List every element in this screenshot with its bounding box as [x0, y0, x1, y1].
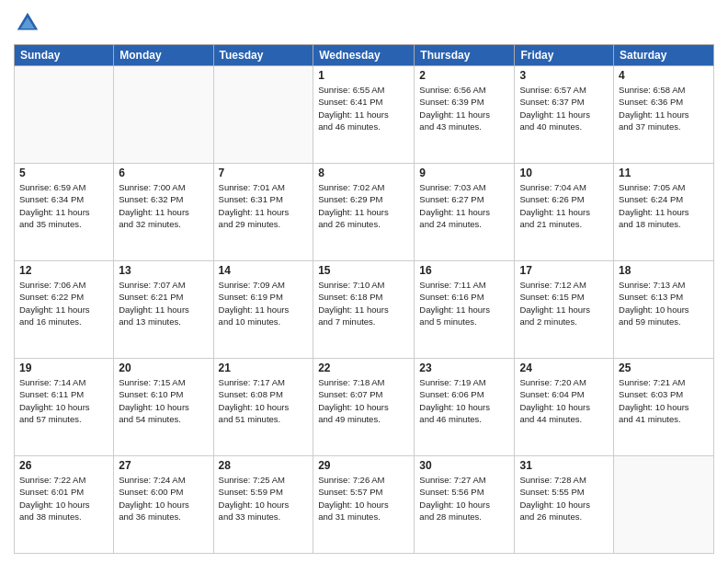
calendar-header-sunday: Sunday	[15, 45, 114, 66]
calendar-cell: 14Sunrise: 7:09 AM Sunset: 6:19 PM Dayli…	[213, 261, 313, 359]
header	[14, 9, 714, 37]
day-info: Sunrise: 7:09 AM Sunset: 6:19 PM Dayligh…	[219, 279, 309, 327]
day-number: 12	[19, 264, 108, 277]
day-number: 8	[318, 167, 409, 179]
day-info: Sunrise: 7:26 AM Sunset: 5:57 PM Dayligh…	[318, 474, 409, 523]
day-number: 23	[419, 362, 509, 374]
calendar-cell: 31Sunrise: 7:28 AM Sunset: 5:55 PM Dayli…	[515, 456, 614, 554]
logo	[14, 9, 45, 37]
day-info: Sunrise: 6:56 AM Sunset: 6:39 PM Dayligh…	[419, 84, 509, 132]
day-info: Sunrise: 7:06 AM Sunset: 6:22 PM Dayligh…	[19, 279, 108, 327]
day-number: 1	[318, 69, 409, 82]
calendar-week-row: 19Sunrise: 7:14 AM Sunset: 6:11 PM Dayli…	[15, 359, 714, 456]
logo-icon	[14, 9, 41, 37]
calendar-cell: 13Sunrise: 7:07 AM Sunset: 6:21 PM Dayli…	[114, 261, 213, 359]
calendar-header-saturday: Saturday	[614, 45, 714, 66]
day-number: 6	[119, 167, 208, 179]
day-info: Sunrise: 7:28 AM Sunset: 5:55 PM Dayligh…	[519, 474, 609, 523]
day-number: 2	[419, 69, 509, 82]
calendar-table: SundayMondayTuesdayWednesdayThursdayFrid…	[14, 44, 714, 554]
calendar-cell: 10Sunrise: 7:04 AM Sunset: 6:26 PM Dayli…	[515, 164, 614, 261]
day-info: Sunrise: 7:05 AM Sunset: 6:24 PM Dayligh…	[619, 181, 709, 230]
day-info: Sunrise: 7:15 AM Sunset: 6:10 PM Dayligh…	[119, 376, 208, 425]
page: SundayMondayTuesdayWednesdayThursdayFrid…	[0, 0, 728, 563]
calendar-header-tuesday: Tuesday	[213, 45, 313, 66]
day-number: 22	[318, 362, 409, 374]
day-info: Sunrise: 7:11 AM Sunset: 6:16 PM Dayligh…	[419, 279, 509, 327]
day-info: Sunrise: 6:55 AM Sunset: 6:41 PM Dayligh…	[318, 84, 409, 132]
calendar-cell: 18Sunrise: 7:13 AM Sunset: 6:13 PM Dayli…	[614, 261, 714, 359]
day-number: 9	[419, 167, 509, 179]
day-number: 27	[119, 459, 208, 472]
day-number: 24	[519, 362, 609, 374]
calendar-cell: 25Sunrise: 7:21 AM Sunset: 6:03 PM Dayli…	[614, 359, 714, 456]
calendar-cell: 23Sunrise: 7:19 AM Sunset: 6:06 PM Dayli…	[415, 359, 515, 456]
day-info: Sunrise: 6:57 AM Sunset: 6:37 PM Dayligh…	[519, 84, 609, 132]
calendar-header-friday: Friday	[515, 45, 614, 66]
calendar-cell	[114, 66, 213, 164]
day-info: Sunrise: 7:22 AM Sunset: 6:01 PM Dayligh…	[19, 474, 108, 523]
calendar-cell: 6Sunrise: 7:00 AM Sunset: 6:32 PM Daylig…	[114, 164, 213, 261]
calendar-cell: 2Sunrise: 6:56 AM Sunset: 6:39 PM Daylig…	[415, 66, 515, 164]
day-number: 5	[19, 167, 108, 179]
calendar-cell: 21Sunrise: 7:17 AM Sunset: 6:08 PM Dayli…	[213, 359, 313, 456]
calendar-week-row: 5Sunrise: 6:59 AM Sunset: 6:34 PM Daylig…	[15, 164, 714, 261]
day-number: 17	[519, 264, 609, 277]
calendar-header-row: SundayMondayTuesdayWednesdayThursdayFrid…	[15, 45, 714, 66]
calendar-cell: 15Sunrise: 7:10 AM Sunset: 6:18 PM Dayli…	[313, 261, 415, 359]
day-number: 18	[619, 264, 709, 277]
calendar-header-monday: Monday	[114, 45, 213, 66]
day-info: Sunrise: 7:13 AM Sunset: 6:13 PM Dayligh…	[619, 279, 709, 327]
day-info: Sunrise: 7:24 AM Sunset: 6:00 PM Dayligh…	[119, 474, 208, 523]
calendar-cell: 5Sunrise: 6:59 AM Sunset: 6:34 PM Daylig…	[15, 164, 114, 261]
day-info: Sunrise: 6:59 AM Sunset: 6:34 PM Dayligh…	[19, 181, 108, 230]
day-info: Sunrise: 7:27 AM Sunset: 5:56 PM Dayligh…	[419, 474, 509, 523]
day-info: Sunrise: 7:10 AM Sunset: 6:18 PM Dayligh…	[318, 279, 409, 327]
calendar-cell: 11Sunrise: 7:05 AM Sunset: 6:24 PM Dayli…	[614, 164, 714, 261]
calendar-cell: 3Sunrise: 6:57 AM Sunset: 6:37 PM Daylig…	[515, 66, 614, 164]
calendar-header-wednesday: Wednesday	[313, 45, 415, 66]
day-number: 14	[219, 264, 309, 277]
day-number: 16	[419, 264, 509, 277]
calendar-cell: 27Sunrise: 7:24 AM Sunset: 6:00 PM Dayli…	[114, 456, 213, 554]
day-number: 10	[519, 167, 609, 179]
calendar-cell: 17Sunrise: 7:12 AM Sunset: 6:15 PM Dayli…	[515, 261, 614, 359]
calendar-cell: 26Sunrise: 7:22 AM Sunset: 6:01 PM Dayli…	[15, 456, 114, 554]
calendar-week-row: 26Sunrise: 7:22 AM Sunset: 6:01 PM Dayli…	[15, 456, 714, 554]
day-info: Sunrise: 7:17 AM Sunset: 6:08 PM Dayligh…	[219, 376, 309, 425]
calendar-cell: 16Sunrise: 7:11 AM Sunset: 6:16 PM Dayli…	[415, 261, 515, 359]
calendar-header-thursday: Thursday	[415, 45, 515, 66]
calendar-cell: 29Sunrise: 7:26 AM Sunset: 5:57 PM Dayli…	[313, 456, 415, 554]
day-info: Sunrise: 6:58 AM Sunset: 6:36 PM Dayligh…	[619, 84, 709, 132]
day-info: Sunrise: 7:02 AM Sunset: 6:29 PM Dayligh…	[318, 181, 409, 230]
calendar-cell: 30Sunrise: 7:27 AM Sunset: 5:56 PM Dayli…	[415, 456, 515, 554]
day-number: 7	[219, 167, 309, 179]
calendar-cell	[614, 456, 714, 554]
calendar-cell: 19Sunrise: 7:14 AM Sunset: 6:11 PM Dayli…	[15, 359, 114, 456]
day-number: 15	[318, 264, 409, 277]
day-info: Sunrise: 7:03 AM Sunset: 6:27 PM Dayligh…	[419, 181, 509, 230]
calendar-cell: 12Sunrise: 7:06 AM Sunset: 6:22 PM Dayli…	[15, 261, 114, 359]
day-info: Sunrise: 7:00 AM Sunset: 6:32 PM Dayligh…	[119, 181, 208, 230]
day-number: 30	[419, 459, 509, 472]
calendar-cell: 28Sunrise: 7:25 AM Sunset: 5:59 PM Dayli…	[213, 456, 313, 554]
calendar-week-row: 1Sunrise: 6:55 AM Sunset: 6:41 PM Daylig…	[15, 66, 714, 164]
day-info: Sunrise: 7:01 AM Sunset: 6:31 PM Dayligh…	[219, 181, 309, 230]
calendar-cell: 24Sunrise: 7:20 AM Sunset: 6:04 PM Dayli…	[515, 359, 614, 456]
day-number: 19	[19, 362, 108, 374]
day-number: 4	[619, 69, 709, 82]
day-info: Sunrise: 7:04 AM Sunset: 6:26 PM Dayligh…	[519, 181, 609, 230]
calendar-cell: 8Sunrise: 7:02 AM Sunset: 6:29 PM Daylig…	[313, 164, 415, 261]
day-info: Sunrise: 7:14 AM Sunset: 6:11 PM Dayligh…	[19, 376, 108, 425]
calendar-cell: 7Sunrise: 7:01 AM Sunset: 6:31 PM Daylig…	[213, 164, 313, 261]
calendar-cell	[213, 66, 313, 164]
day-number: 28	[219, 459, 309, 472]
day-number: 13	[119, 264, 208, 277]
day-number: 21	[219, 362, 309, 374]
day-info: Sunrise: 7:19 AM Sunset: 6:06 PM Dayligh…	[419, 376, 509, 425]
day-info: Sunrise: 7:21 AM Sunset: 6:03 PM Dayligh…	[619, 376, 709, 425]
calendar-cell: 22Sunrise: 7:18 AM Sunset: 6:07 PM Dayli…	[313, 359, 415, 456]
day-number: 31	[519, 459, 609, 472]
calendar-cell	[15, 66, 114, 164]
day-info: Sunrise: 7:25 AM Sunset: 5:59 PM Dayligh…	[219, 474, 309, 523]
